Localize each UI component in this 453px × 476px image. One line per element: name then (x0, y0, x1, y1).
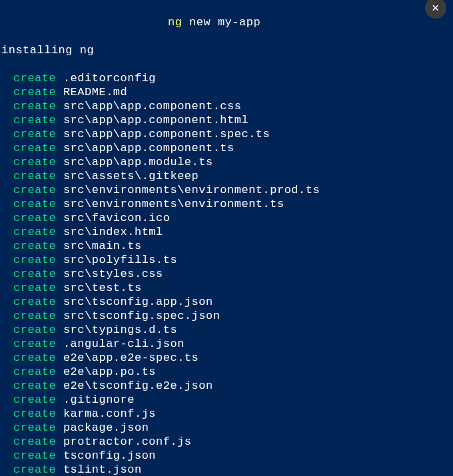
create-line: create protractor.conf.js (1, 435, 452, 449)
create-line: create .gitignore (1, 393, 452, 407)
close-icon: ✕ (432, 1, 439, 15)
created-filename: karma.conf.js (56, 407, 156, 420)
created-filename: package.json (56, 421, 149, 434)
terminal-output: ng new my-app installing ng create .edit… (0, 0, 453, 476)
create-line: create src\typings.d.ts (1, 323, 452, 337)
status-installing: installing ng (1, 43, 452, 57)
create-line: create src\polyfills.ts (1, 253, 452, 267)
create-keyword: create (13, 156, 56, 168)
create-keyword: create (13, 226, 56, 238)
create-line: create src\app\app.module.ts (1, 155, 452, 169)
create-line: create src\tsconfig.app.json (1, 295, 452, 309)
create-line: create tslint.json (1, 463, 452, 476)
create-line: create src\main.ts (1, 239, 452, 253)
create-keyword: create (13, 407, 56, 420)
create-line: create src\environments\environment.prod… (1, 183, 452, 197)
create-line: create src\app\app.component.spec.ts (1, 127, 452, 141)
create-keyword: create (13, 296, 56, 308)
create-keyword: create (13, 128, 56, 140)
create-line: create src\tsconfig.spec.json (1, 309, 452, 323)
created-filename: src\polyfills.ts (56, 254, 177, 266)
create-line: create src\styles.css (1, 267, 452, 281)
created-filename: src\test.ts (56, 282, 141, 294)
created-filename: e2e\app.po.ts (56, 365, 156, 378)
created-filename: src\tsconfig.app.json (56, 296, 213, 308)
create-line: create .angular-cli.json (1, 337, 452, 351)
create-line: create src\environments\environment.ts (1, 197, 452, 211)
create-keyword: create (13, 435, 56, 448)
created-filename: protractor.conf.js (56, 435, 191, 448)
created-filename: src\environments\environment.prod.ts (56, 184, 320, 196)
create-keyword: create (13, 268, 56, 280)
created-filename: .editorconfig (56, 72, 156, 85)
created-filename: src\app\app.module.ts (56, 156, 213, 168)
create-line: create src\app\app.component.ts (1, 141, 452, 155)
create-line: create src\assets\.gitkeep (1, 169, 452, 183)
command-name: ng (168, 16, 182, 29)
create-line: create src\app\app.component.css (1, 99, 452, 113)
create-line: create src\test.ts (1, 281, 452, 295)
create-keyword: create (13, 338, 56, 350)
create-line: create src\favicon.ico (1, 211, 452, 225)
create-keyword: create (13, 379, 56, 392)
create-line: create src\app\app.component.html (1, 113, 452, 127)
created-filename: src\app\app.component.ts (56, 142, 234, 154)
created-filename: .angular-cli.json (56, 338, 185, 350)
create-keyword: create (13, 282, 56, 294)
create-keyword: create (13, 365, 56, 378)
created-filename: src\styles.css (56, 268, 163, 280)
create-keyword: create (13, 72, 56, 85)
create-keyword: create (13, 86, 56, 99)
create-keyword: create (13, 310, 56, 322)
create-keyword: create (13, 352, 56, 364)
created-filename: .gitignore (56, 393, 135, 406)
create-keyword: create (13, 114, 56, 126)
create-keyword: create (13, 184, 56, 196)
create-keyword: create (13, 240, 56, 252)
created-filename: e2e\tsconfig.e2e.json (56, 379, 213, 392)
create-line: create e2e\tsconfig.e2e.json (1, 379, 452, 393)
create-keyword: create (13, 254, 56, 266)
created-filename: src\app\app.component.spec.ts (56, 128, 270, 140)
created-filename: tsconfig.json (56, 449, 156, 462)
create-keyword: create (13, 142, 56, 154)
create-line: create src\index.html (1, 225, 452, 239)
command-args: new my-app (189, 16, 260, 29)
create-keyword: create (13, 324, 56, 336)
created-filename: README.md (56, 86, 127, 99)
create-line: create package.json (1, 421, 452, 435)
create-keyword: create (13, 393, 56, 406)
created-filename: src\index.html (56, 226, 163, 238)
create-line: create e2e\app.e2e-spec.ts (1, 351, 452, 365)
create-keyword: create (13, 212, 56, 224)
created-filename: src\tsconfig.spec.json (56, 310, 220, 322)
create-keyword: create (13, 421, 56, 434)
created-filename: src\environments\environment.ts (56, 198, 284, 210)
created-filename: src\app\app.component.html (56, 114, 248, 126)
created-filename: src\assets\.gitkeep (56, 170, 199, 182)
create-line: create karma.conf.js (1, 407, 452, 421)
create-line: create e2e\app.po.ts (1, 365, 452, 379)
created-filename: src\app\app.component.css (56, 100, 241, 113)
create-line: create .editorconfig (1, 71, 452, 85)
create-keyword: create (13, 463, 56, 476)
command-line: ng new my-app (1, 15, 452, 29)
create-line: create tsconfig.json (1, 449, 452, 463)
created-filename: e2e\app.e2e-spec.ts (56, 352, 199, 364)
create-keyword: create (13, 449, 56, 462)
created-filename: tslint.json (56, 463, 141, 476)
create-keyword: create (13, 100, 56, 113)
create-keyword: create (13, 170, 56, 182)
create-line: create README.md (1, 85, 452, 99)
created-filename: src\typings.d.ts (56, 324, 177, 336)
created-filename: src\main.ts (56, 240, 141, 252)
create-keyword: create (13, 198, 56, 210)
created-filename: src\favicon.ico (56, 212, 170, 224)
